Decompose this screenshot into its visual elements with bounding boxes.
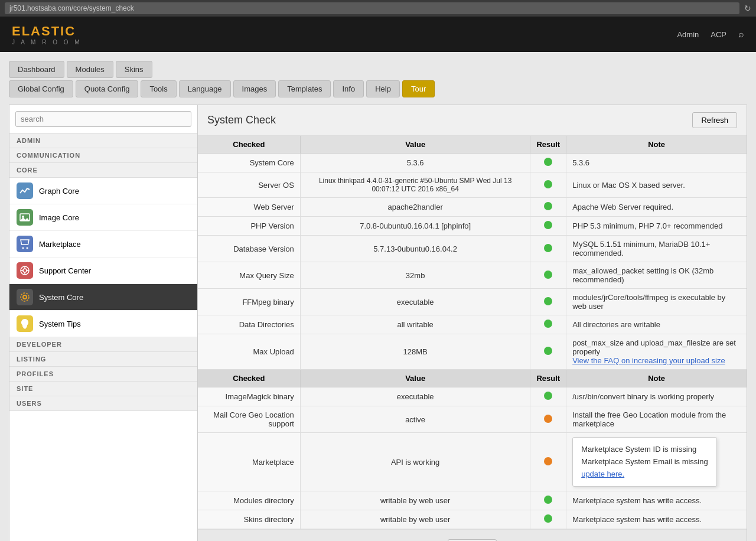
url-text: jr501.hostsaba.com/core/system_check xyxy=(9,4,134,12)
tab-info[interactable]: Info xyxy=(333,80,364,97)
sidebar-section-core: CORE xyxy=(9,163,197,178)
table-row: PHP Version 7.0.8-0ubuntu0.16.04.1 [phpi… xyxy=(198,217,747,236)
cell-result xyxy=(530,510,566,529)
cell-note: Marketplace System ID is missing Marketp… xyxy=(566,433,747,491)
update-here-link[interactable]: update here. xyxy=(581,470,624,478)
result-dot xyxy=(544,347,552,355)
sidebar-section-listing: LISTING xyxy=(9,352,197,367)
result-dot xyxy=(544,514,552,523)
cell-note: /usr/bin/convert binary is working prope… xyxy=(566,387,747,406)
cell-result xyxy=(530,433,566,491)
content-title: System Check xyxy=(207,114,276,126)
logo: ELASTIC J A M R O O M xyxy=(12,24,82,45)
table-row: Database Version 5.7.13-0ubuntu0.16.04.2… xyxy=(198,236,747,262)
tab-tools[interactable]: Tools xyxy=(141,80,176,97)
sidebar-item-graph-core[interactable]: Graph Core xyxy=(9,178,197,204)
cell-note: MySQL 5.1.51 minimum, MariaDB 10.1+ reco… xyxy=(566,236,747,262)
tab-dashboard[interactable]: Dashboard xyxy=(9,61,64,78)
browser-refresh-icon[interactable]: ↻ xyxy=(744,4,751,13)
tab-quota-config[interactable]: Quota Config xyxy=(76,80,139,97)
tab-global-config[interactable]: Global Config xyxy=(9,80,73,97)
logo-elastic: ELASTIC xyxy=(12,24,82,39)
svg-point-5 xyxy=(23,269,27,272)
cell-checked: Server OS xyxy=(198,172,300,198)
cell-checked: Marketplace xyxy=(198,433,300,491)
col-note: Note xyxy=(566,136,747,154)
sidebar-item-support-center[interactable]: Support Center xyxy=(9,258,197,284)
faq-link[interactable]: View the FAQ on increasing your upload s… xyxy=(572,356,725,365)
cell-note: Install the free Geo Location module fro… xyxy=(566,406,747,433)
tab-row-1: Dashboard Modules Skins xyxy=(9,61,747,78)
col-result-2: Result xyxy=(530,370,566,387)
sidebar-section-admin: ADMIN xyxy=(9,133,197,148)
marketplace-tooltip: Marketplace System ID is missing Marketp… xyxy=(572,437,717,487)
cell-checked: ImageMagick binary xyxy=(198,387,300,406)
cell-checked: Skins directory xyxy=(198,510,300,529)
svg-point-2 xyxy=(22,247,24,249)
table-row: Max Query Size 32mb max_allowed_packet s… xyxy=(198,262,747,289)
cell-value: all writable xyxy=(300,315,530,334)
cell-note: Marketplace system has write access. xyxy=(566,491,747,510)
tab-images[interactable]: Images xyxy=(233,80,276,97)
col-value-2: Value xyxy=(300,370,530,387)
cell-result xyxy=(530,387,566,406)
refresh-button[interactable]: Refresh xyxy=(692,112,737,128)
result-dot xyxy=(544,221,552,229)
result-dot xyxy=(544,496,552,504)
cell-value: active xyxy=(300,406,530,433)
tab-row-2: Global Config Quota Config Tools Languag… xyxy=(9,80,747,97)
table-row: System Core 5.3.6 5.3.6 xyxy=(198,154,747,172)
acp-link[interactable]: ACP xyxy=(711,30,726,39)
tab-language[interactable]: Language xyxy=(179,80,231,97)
table-row: Mail Core Geo Location support active In… xyxy=(198,406,747,433)
svg-point-3 xyxy=(27,247,28,249)
tab-help[interactable]: Help xyxy=(366,80,400,97)
system-tips-label: System Tips xyxy=(39,320,81,328)
sidebar-section-developer: DEVELOPER xyxy=(9,337,197,352)
search-input[interactable] xyxy=(15,111,191,127)
content-header: System Check Refresh xyxy=(198,105,747,136)
sidebar-item-system-tips[interactable]: System Tips xyxy=(9,311,197,337)
main-wrapper: Dashboard Modules Skins Global Config Qu… xyxy=(0,52,756,541)
support-center-icon xyxy=(17,262,33,279)
svg-point-11 xyxy=(21,293,29,301)
cell-result xyxy=(530,217,566,236)
tab-templates[interactable]: Templates xyxy=(278,80,331,97)
cell-note: max_allowed_packet setting is OK (32mb r… xyxy=(566,262,747,289)
cell-result xyxy=(530,172,566,198)
cell-value: writable by web user xyxy=(300,491,530,510)
result-dot xyxy=(544,270,552,279)
table-row: FFMpeg binary executable modules/jrCore/… xyxy=(198,289,747,315)
admin-link[interactable]: Admin xyxy=(677,30,699,39)
cell-result xyxy=(530,315,566,334)
cell-note: post_max_size and upload_max_filesize ar… xyxy=(566,334,747,370)
table-row: Max Upload 128MB post_max_size and uploa… xyxy=(198,334,747,370)
sidebar-item-image-core[interactable]: Image Core xyxy=(9,204,197,231)
tab-skins[interactable]: Skins xyxy=(116,61,152,78)
marketplace-icon xyxy=(17,236,33,252)
sidebar-section-users: USERS xyxy=(9,396,197,411)
main-content: System Check Refresh Checked Value Resul… xyxy=(198,105,747,541)
system-check-table: Checked Value Result Note System Core 5.… xyxy=(198,136,747,529)
sidebar: ADMIN COMMUNICATION CORE Graph Core Imag… xyxy=(9,105,198,541)
cell-value: 32mb xyxy=(300,262,530,289)
support-center-label: Support Center xyxy=(39,266,91,275)
tab-tour[interactable]: Tour xyxy=(402,80,435,97)
cell-value: executable xyxy=(300,289,530,315)
image-core-icon xyxy=(17,209,33,226)
svg-point-10 xyxy=(23,295,27,299)
sidebar-item-system-core[interactable]: System Core xyxy=(9,284,197,311)
table-row: Server OS Linux thinkpad 4.4.0-31-generi… xyxy=(198,172,747,198)
search-icon[interactable]: ⌕ xyxy=(738,29,744,40)
cell-result xyxy=(530,198,566,217)
cell-value: 128MB xyxy=(300,334,530,370)
col-result: Result xyxy=(530,136,566,154)
tab-modules[interactable]: Modules xyxy=(67,61,113,78)
result-dot xyxy=(544,320,552,328)
table-row: Web Server apache2handler Apache Web Ser… xyxy=(198,198,747,217)
col-checked: Checked xyxy=(198,136,300,154)
result-dot xyxy=(544,457,552,465)
cancel-row: Cancel xyxy=(198,529,747,541)
cell-checked: PHP Version xyxy=(198,217,300,236)
sidebar-item-marketplace[interactable]: Marketplace xyxy=(9,231,197,258)
